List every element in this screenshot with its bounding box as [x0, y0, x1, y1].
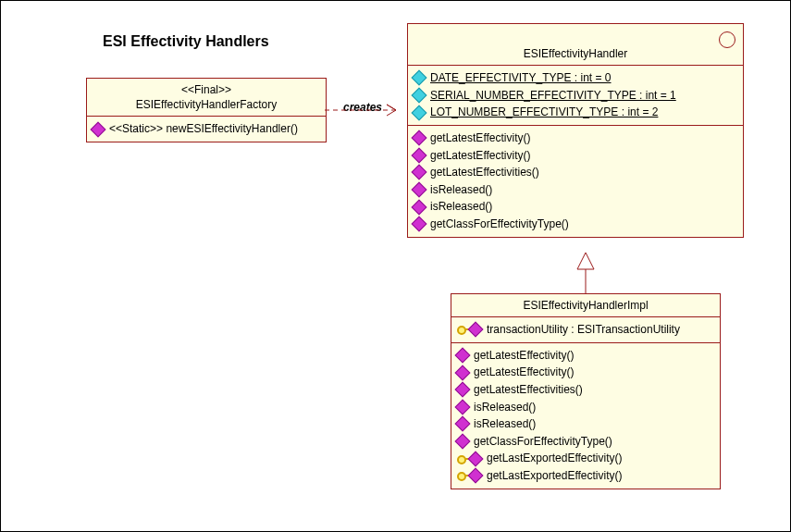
static-attr-icon — [412, 105, 427, 120]
class-attribute: transactionUtility : ESITransactionUtili… — [457, 321, 714, 339]
class-handler-header: ESIEffectivityHandler — [408, 24, 743, 66]
class-method: getLastExportedEffectivity() — [457, 450, 714, 467]
method-text: getClassForEffectivityType() — [474, 433, 612, 451]
key-icon — [457, 324, 483, 335]
class-impl-name: ESIEffectivityHandlerImpl — [457, 298, 714, 313]
attribute-text: DATE_EFFECTIVITY_TYPE : int = 0 — [430, 69, 612, 87]
visibility-icon — [455, 399, 471, 414]
class-method: getLatestEffectivity() — [414, 130, 737, 147]
class-factory-header: <<Final>> ESIEffectivityHandlerFactory — [87, 79, 326, 117]
method-text: getLastExportedEffectivity() — [487, 450, 623, 467]
class-attribute: SERIAL_NUMBER_EFFECTIVITY_TYPE : int = 1 — [414, 87, 737, 105]
visibility-icon — [455, 382, 471, 398]
creates-label: creates — [343, 101, 382, 114]
class-impl-methods: getLatestEffectivity()getLatestEffectivi… — [451, 343, 720, 489]
class-attribute: LOT_NUMBER_EFFECTIVITY_TYPE : int = 2 — [414, 104, 737, 121]
method-text: getLastExportedEffectivity() — [487, 467, 623, 485]
svg-marker-2 — [577, 253, 594, 269]
key-icon — [457, 470, 483, 481]
method-text: getLatestEffectivities() — [474, 381, 583, 399]
class-factory: <<Final>> ESIEffectivityHandlerFactory <… — [86, 78, 327, 142]
method-text: isReleased() — [430, 181, 492, 199]
class-method: <<Static>> newESIEffectivityHandler() — [93, 120, 320, 138]
class-impl-header: ESIEffectivityHandlerImpl — [451, 294, 720, 317]
visibility-icon — [412, 147, 427, 163]
class-impl-attrs: transactionUtility : ESITransactionUtili… — [451, 317, 720, 343]
static-attr-icon — [412, 88, 427, 104]
attribute-text: LOT_NUMBER_EFFECTIVITY_TYPE : int = 2 — [430, 104, 658, 121]
class-factory-name: ESIEffectivityHandlerFactory — [93, 97, 320, 112]
method-text: isReleased() — [430, 198, 492, 216]
class-method: getClassForEffectivityType() — [414, 216, 737, 233]
method-text: getClassForEffectivityType() — [430, 216, 569, 233]
class-attribute: DATE_EFFECTIVITY_TYPE : int = 0 — [414, 69, 737, 87]
class-method: isReleased() — [414, 181, 737, 199]
attribute-text: transactionUtility : ESITransactionUtili… — [487, 321, 680, 339]
class-method: getLatestEffectivities() — [414, 164, 737, 181]
visibility-icon — [455, 365, 471, 380]
method-text: getLatestEffectivity() — [430, 147, 531, 165]
method-text: isReleased() — [474, 415, 536, 433]
visibility-icon — [455, 348, 471, 364]
class-method: getLatestEffectivities() — [457, 381, 714, 399]
class-method: isReleased() — [414, 198, 737, 216]
class-factory-methods: <<Static>> newESIEffectivityHandler() — [87, 117, 326, 142]
visibility-icon — [455, 416, 471, 432]
class-method: getClassForEffectivityType() — [457, 433, 714, 451]
method-text: getLatestEffectivities() — [430, 164, 539, 181]
visibility-icon — [412, 182, 427, 198]
class-method: isReleased() — [457, 399, 714, 416]
visibility-icon — [91, 121, 106, 137]
method-text: <<Static>> newESIEffectivityHandler() — [109, 120, 298, 138]
diagram-title: ESI Effectivity Handlers — [103, 33, 269, 50]
method-text: getLatestEffectivity() — [474, 364, 575, 381]
class-handler-name: ESIEffectivityHandler — [414, 46, 737, 61]
visibility-icon — [412, 217, 427, 232]
method-text: isReleased() — [474, 399, 536, 416]
visibility-icon — [412, 130, 427, 146]
static-attr-icon — [412, 70, 427, 86]
visibility-icon — [455, 434, 471, 450]
class-method: getLatestEffectivity() — [414, 147, 737, 165]
class-method: getLastExportedEffectivity() — [457, 467, 714, 485]
class-impl: ESIEffectivityHandlerImpl transactionUti… — [451, 293, 721, 489]
class-handler-methods: getLatestEffectivity()getLatestEffectivi… — [408, 126, 743, 237]
method-text: getLatestEffectivity() — [474, 347, 575, 365]
class-factory-stereotype: <<Final>> — [93, 82, 320, 97]
method-text: getLatestEffectivity() — [430, 130, 531, 147]
visibility-icon — [412, 199, 427, 215]
diagram-canvas: ESI Effectivity Handlers <<Final>> ESIEf… — [0, 0, 791, 532]
class-handler-attrs: DATE_EFFECTIVITY_TYPE : int = 0SERIAL_NU… — [408, 66, 743, 126]
class-handler: ESIEffectivityHandler DATE_EFFECTIVITY_T… — [407, 23, 744, 238]
attribute-text: SERIAL_NUMBER_EFFECTIVITY_TYPE : int = 1 — [430, 87, 676, 105]
key-icon — [457, 453, 483, 464]
visibility-icon — [412, 165, 427, 180]
class-method: getLatestEffectivity() — [457, 364, 714, 381]
class-method: isReleased() — [457, 415, 714, 433]
interface-icon — [719, 31, 735, 48]
class-method: getLatestEffectivity() — [457, 347, 714, 365]
